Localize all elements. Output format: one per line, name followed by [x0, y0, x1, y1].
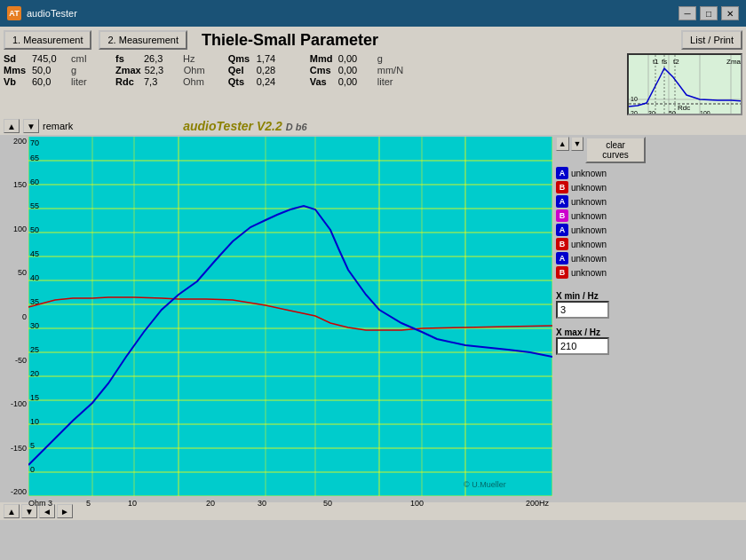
param-group-1: Sd 745,0 cmI Mms 50,0 g Vb 60,0 liter [4, 53, 98, 87]
curve-label-7: unknown [571, 254, 607, 264]
curve-item-2: B unknown [556, 181, 646, 193]
curve-label-2: unknown [571, 183, 607, 193]
svg-text:Rdc: Rdc [678, 104, 690, 112]
param-group-2: fs 26,3 Hz Zmax 52,3 Ohm Rdc 7,3 Ohm [115, 53, 210, 87]
x-min-input[interactable] [556, 301, 609, 319]
x-min-label: X min / Hz [556, 291, 646, 301]
window-controls: ─ □ ✕ [679, 6, 739, 20]
curve-badge-a-5: A [556, 224, 568, 236]
svg-text:70: 70 [30, 138, 39, 147]
window-title: audioTester [27, 8, 77, 19]
curve-badge-b-2: B [556, 181, 568, 193]
svg-text:0: 0 [30, 465, 35, 474]
param-sd: Sd 745,0 cmI [4, 53, 98, 64]
curve-label-4: unknown [571, 211, 607, 221]
curve-badge-a-7: A [556, 252, 568, 264]
bottom-arrow-up-button[interactable]: ▲ [4, 504, 20, 518]
param-group-3: Qms 1,74 Qel 0,28 Qts 0,24 [228, 53, 292, 87]
mini-chart: Zmax t1 fs t2 Rdc 10 20 30 50 100 [627, 53, 742, 115]
svg-text:45: 45 [30, 249, 39, 258]
measurement2-button[interactable]: 2. Measurement [99, 30, 186, 50]
svg-text:40: 40 [30, 273, 39, 282]
curve-badge-b-6: B [556, 238, 568, 250]
toolbar: 1. Measurement 2. Measurement Thiele-Sma… [0, 27, 746, 51]
param-zmax: Zmax 52,3 Ohm [115, 65, 210, 75]
param-vb: Vb 60,0 liter [4, 76, 98, 87]
clear-curves-button[interactable]: clear curves [585, 137, 646, 163]
curve-item-4: B unknown [556, 209, 646, 222]
x-max-input[interactable] [556, 337, 609, 355]
curve-badge-b-4: B [556, 209, 568, 222]
close-button[interactable]: ✕ [721, 6, 739, 20]
main-chart-wrapper: 0 5 10 15 20 25 30 35 40 45 50 55 60 65 … [28, 137, 552, 499]
arrow-up-button[interactable]: ▲ [4, 119, 20, 133]
logo-text: audioTester V2.2 [183, 119, 282, 133]
curve-badge-b-8: B [556, 266, 568, 279]
svg-text:50: 50 [669, 110, 676, 115]
param-fs: fs 26,3 Hz [115, 53, 210, 64]
middle-bar: ▲ ▼ remark audioTester V2.2 D b6 [0, 117, 746, 135]
curve-label-3: unknown [571, 197, 607, 207]
logo-suffix: D b6 [286, 122, 307, 132]
param-qms: Qms 1,74 [228, 53, 292, 64]
arrow-down-button[interactable]: ▼ [23, 119, 39, 133]
list-print-button[interactable]: List / Print [681, 30, 742, 50]
app-icon: AT [7, 6, 21, 20]
curve-label-6: unknown [571, 240, 607, 249]
chart-section: 200 150 100 50 0 -50 -100 -150 -200 [0, 135, 746, 501]
svg-text:© U.Mueller: © U.Mueller [464, 480, 506, 489]
svg-text:55: 55 [30, 201, 39, 210]
bottom-arrow-right-button[interactable]: ► [57, 504, 73, 518]
svg-text:10: 10 [30, 417, 39, 426]
remark-label: remark [43, 121, 73, 131]
svg-text:100: 100 [700, 110, 710, 115]
svg-text:t2: t2 [673, 58, 679, 66]
svg-rect-19 [28, 137, 552, 496]
scroll-down-button[interactable]: ▼ [571, 137, 584, 151]
svg-text:20: 20 [631, 110, 638, 115]
svg-text:t1: t1 [653, 58, 659, 66]
param-mmd: Mmd 0,00 g [310, 53, 404, 64]
right-panel: ▲ ▼ clear curves A unknown B unknown A u… [552, 137, 646, 499]
maximize-button[interactable]: □ [700, 6, 718, 20]
svg-text:25: 25 [30, 345, 39, 354]
y-axis-left: 200 150 100 50 0 -50 -100 -150 -200 [4, 137, 28, 496]
x-max-label: X max / Hz [556, 327, 646, 337]
curve-item-1: A unknown [556, 167, 646, 179]
svg-text:Zmax: Zmax [726, 58, 742, 66]
x-min-section: X min / Hz [556, 288, 646, 319]
x-max-section: X max / Hz [556, 324, 646, 355]
param-group-4: Mmd 0,00 g Cms 0,00 mm/N Vas 0,00 liter [310, 53, 404, 87]
param-cms: Cms 0,00 mm/N [310, 65, 404, 75]
main-chart: 0 5 10 15 20 25 30 35 40 45 50 55 60 65 … [28, 137, 552, 496]
svg-text:10: 10 [631, 96, 638, 102]
curve-label-1: unknown [571, 169, 607, 178]
param-vas: Vas 0,00 liter [310, 76, 404, 87]
svg-text:fs: fs [662, 58, 667, 66]
param-rdc: Rdc 7,3 Ohm [115, 76, 210, 87]
scroll-up-button[interactable]: ▲ [556, 137, 569, 151]
param-qel: Qel 0,28 [228, 65, 292, 75]
parameters-section: Sd 745,0 cmI Mms 50,0 g Vb 60,0 liter fs… [0, 51, 746, 117]
audiotester-logo: audioTester V2.2 D b6 [183, 119, 306, 133]
svg-text:30: 30 [648, 110, 655, 115]
tsp-title: Thiele-Small Parameter [202, 31, 378, 50]
curve-label-5: unknown [571, 225, 607, 235]
svg-text:50: 50 [30, 225, 39, 234]
svg-text:30: 30 [30, 321, 39, 330]
x-axis: Ohm 3 5 10 20 30 50 100 200Hz [28, 498, 552, 499]
bottom-bar: ▲ ▼ ◄ ► [0, 502, 746, 520]
scroll-controls: ▲ ▼ clear curves [556, 137, 646, 163]
title-bar: AT audioTester ─ □ ✕ [0, 0, 746, 27]
minimize-button[interactable]: ─ [679, 6, 696, 20]
svg-text:60: 60 [30, 177, 39, 186]
curve-item-6: B unknown [556, 238, 646, 250]
svg-text:20: 20 [30, 369, 39, 378]
curve-badge-a-3: A [556, 195, 568, 208]
curve-item-8: B unknown [556, 266, 646, 279]
measurement1-button[interactable]: 1. Measurement [4, 30, 91, 50]
curve-item-3: A unknown [556, 195, 646, 208]
param-mms: Mms 50,0 g [4, 65, 98, 75]
curve-badge-a-1: A [556, 167, 568, 179]
svg-text:5: 5 [30, 441, 35, 450]
